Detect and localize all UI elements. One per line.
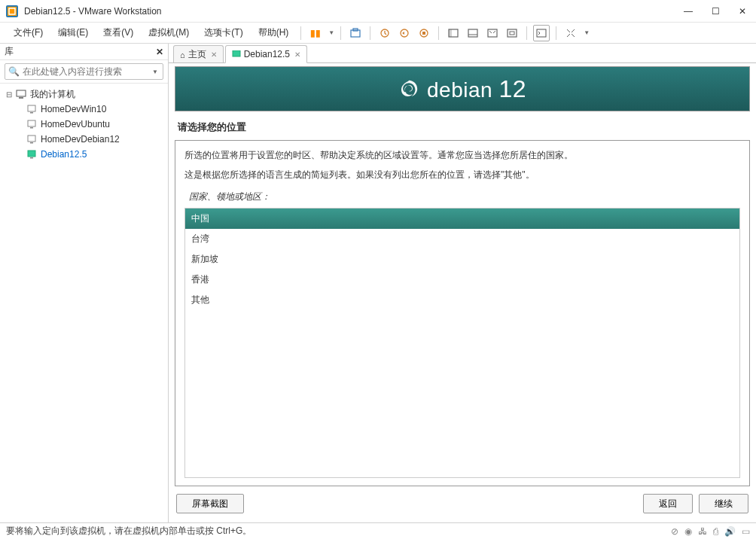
vm-off-icon <box>26 134 38 145</box>
tree-vm-item[interactable]: HomeDevDebian12 <box>5 132 163 147</box>
status-sound-icon[interactable]: 🔊 <box>724 526 736 537</box>
svg-rect-14 <box>537 29 546 37</box>
installer-field-label: 国家、领地或地区： <box>189 190 740 203</box>
installer-text-1: 所选的位置将用于设置您的时区、帮助决定系统的区域设置等。通常您应当选择您所居住的… <box>184 148 740 162</box>
tab-close-icon[interactable]: ✕ <box>211 50 217 59</box>
view-fullscreen-icon[interactable] <box>484 25 501 41</box>
continue-button[interactable]: 继续 <box>699 494 748 513</box>
vm-tree: ⊟ 我的计算机 HomeDevWin10 HomeDevUbuntu HomeD… <box>0 84 168 522</box>
status-net-icon[interactable]: 🖧 <box>698 526 707 537</box>
maximize-button[interactable]: ☐ <box>708 6 723 17</box>
snapshot-button[interactable] <box>347 25 364 41</box>
tab-vm-active[interactable]: Debian12.5 ✕ <box>225 45 307 63</box>
library-search-input[interactable] <box>23 66 151 77</box>
console-button[interactable] <box>533 25 550 41</box>
menu-tabs[interactable]: 选项卡(T) <box>198 24 248 41</box>
tree-vm-item[interactable]: HomeDevWin10 <box>5 102 163 117</box>
debian-swirl-icon <box>398 78 419 99</box>
stretch-icon[interactable] <box>562 25 579 41</box>
vm-off-icon <box>26 119 38 129</box>
view-unity-icon[interactable] <box>504 25 520 41</box>
location-option[interactable]: 香港 <box>185 270 739 290</box>
vm-console[interactable]: debian 12 请选择您的位置 所选的位置将用于设置您的时区、帮助决定系统的… <box>169 63 756 522</box>
library-close-button[interactable]: ✕ <box>156 47 163 57</box>
vm-on-icon <box>232 50 241 58</box>
menu-help[interactable]: 帮助(H) <box>252 24 295 41</box>
view-console-icon[interactable] <box>465 25 481 41</box>
home-icon: ⌂ <box>180 50 185 59</box>
debian-banner: debian 12 <box>175 66 750 111</box>
snapshot-manage-icon[interactable] <box>416 25 432 41</box>
collapse-icon[interactable]: ⊟ <box>6 90 15 99</box>
status-usb-icon[interactable]: ⎙ <box>713 526 718 537</box>
installer-panel: 所选的位置将用于设置您的时区、帮助决定系统的区域设置等。通常您应当选择您所居住的… <box>175 140 750 486</box>
tree-root-label: 我的计算机 <box>30 88 75 101</box>
menubar: 文件(F) 编辑(E) 查看(V) 虚拟机(M) 选项卡(T) 帮助(H) ▮▮… <box>0 23 756 44</box>
stretch-dropdown[interactable]: ▼ <box>584 29 590 36</box>
vm-on-icon <box>26 149 38 160</box>
status-text: 要将输入定向到该虚拟机，请在虚拟机内部单击或按 Ctrl+G。 <box>6 525 671 537</box>
svg-rect-6 <box>422 32 425 35</box>
location-option[interactable]: 新加坡 <box>185 249 739 270</box>
svg-rect-12 <box>508 29 517 37</box>
location-option[interactable]: 中国 <box>185 209 739 229</box>
vm-off-icon <box>26 104 38 114</box>
location-listbox[interactable]: 中国台湾新加坡香港其他 <box>184 208 740 478</box>
tab-close-icon[interactable]: ✕ <box>294 50 300 59</box>
svg-rect-18 <box>30 112 33 114</box>
tree-vm-item-active[interactable]: Debian12.5 <box>5 147 163 162</box>
pause-button[interactable]: ▮▮ <box>307 25 324 41</box>
window-titlebar: Debian12.5 - VMware Workstation — ☐ ✕ <box>0 0 756 23</box>
status-disk-icon[interactable]: ⊘ <box>671 526 678 537</box>
computer-icon <box>15 89 27 99</box>
installer-heading: 请选择您的位置 <box>175 111 750 140</box>
snapshot-take-icon[interactable] <box>376 25 393 41</box>
svg-rect-25 <box>233 50 240 56</box>
status-cd-icon[interactable]: ◉ <box>684 526 692 537</box>
debian-brand-text: debian 12 <box>427 75 526 103</box>
minimize-button[interactable]: — <box>681 6 696 17</box>
menu-vm[interactable]: 虚拟机(M) <box>142 24 195 41</box>
menu-view[interactable]: 查看(V) <box>97 24 139 41</box>
library-title: 库 <box>5 45 156 58</box>
power-dropdown[interactable]: ▼ <box>328 29 334 36</box>
close-button[interactable]: ✕ <box>735 6 750 17</box>
menu-file[interactable]: 文件(F) <box>8 24 49 41</box>
location-option[interactable]: 其他 <box>185 290 739 310</box>
vmware-app-icon <box>6 5 18 17</box>
svg-rect-13 <box>510 32 514 35</box>
search-dropdown[interactable]: ▼ <box>151 69 160 75</box>
svg-rect-20 <box>30 127 33 129</box>
svg-rect-0 <box>9 8 15 14</box>
status-display-icon[interactable]: ▭ <box>742 526 750 537</box>
svg-rect-8 <box>449 29 452 37</box>
screenshot-button[interactable]: 屏幕截图 <box>176 494 244 513</box>
location-option[interactable]: 台湾 <box>185 229 739 249</box>
svg-rect-9 <box>468 29 477 37</box>
svg-rect-24 <box>30 157 33 159</box>
svg-rect-17 <box>28 105 35 111</box>
svg-rect-22 <box>30 142 33 144</box>
menu-edit[interactable]: 编辑(E) <box>52 24 94 41</box>
tree-vm-item[interactable]: HomeDevUbuntu <box>5 117 163 132</box>
svg-rect-21 <box>28 136 35 142</box>
installer-text-2: 这是根据您所选择的语言生成的简短列表。如果没有列出您所在的位置，请选择"其他"。 <box>184 168 740 181</box>
svg-rect-11 <box>488 29 497 37</box>
snapshot-revert-icon[interactable] <box>396 25 413 41</box>
tab-home[interactable]: ⌂ 主页 ✕ <box>173 45 224 63</box>
statusbar: 要将输入定向到该虚拟机，请在虚拟机内部单击或按 Ctrl+G。 ⊘ ◉ 🖧 ⎙ … <box>0 522 756 539</box>
status-device-icons: ⊘ ◉ 🖧 ⎙ 🔊 ▭ <box>671 526 750 537</box>
search-icon: 🔍 <box>8 66 20 77</box>
svg-rect-23 <box>28 151 35 157</box>
window-title: Debian12.5 - VMware Workstation <box>24 6 681 17</box>
svg-rect-19 <box>28 120 35 126</box>
library-sidebar: 库 ✕ 🔍 ▼ ⊟ 我的计算机 HomeDevWin10 <box>0 44 169 522</box>
tabstrip: ⌂ 主页 ✕ Debian12.5 ✕ <box>169 44 756 63</box>
svg-rect-15 <box>17 90 26 96</box>
back-button[interactable]: 返回 <box>643 494 693 513</box>
tree-root-my-computer[interactable]: ⊟ 我的计算机 <box>5 87 163 102</box>
view-single-icon[interactable] <box>445 25 462 41</box>
